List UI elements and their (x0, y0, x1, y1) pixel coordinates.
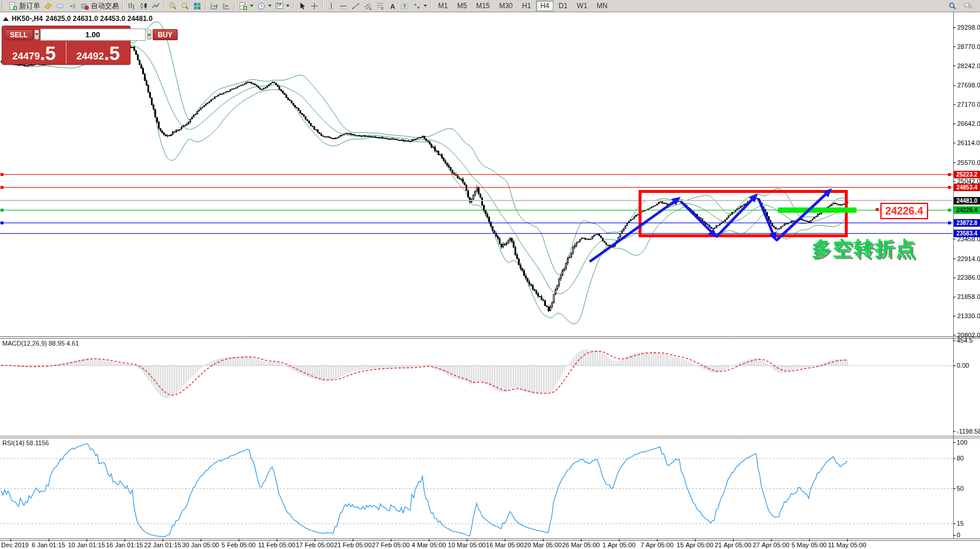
chat-icon (964, 2, 972, 10)
periods-button[interactable] (255, 1, 273, 11)
new-chart-button[interactable] (42, 1, 54, 11)
hline-icon (339, 2, 348, 10)
cursor-icon (298, 2, 306, 10)
mt4-window: 新订单自动交易EFATM1M5M15M30H1H4D1W1MN HK50-,H4… (0, 0, 980, 549)
shift-chart-icon (222, 2, 231, 10)
search-button[interactable] (946, 1, 958, 11)
autotrade-button[interactable]: 自动交易 (79, 1, 121, 12)
buy-button[interactable]: BUY (153, 29, 178, 40)
autotrade-icon (80, 2, 89, 10)
axis-price-badge: 24481.0 (954, 197, 980, 205)
timeframe-d1-button[interactable]: D1 (555, 1, 572, 11)
arrow-objects-layer (0, 0, 980, 549)
timeframe-m1-button[interactable]: M1 (434, 1, 452, 11)
autoscroll-icon (210, 2, 218, 10)
vline-icon (327, 2, 336, 10)
axis-price-badge: 24853.4 (954, 184, 980, 191)
timeframe-h4-button[interactable]: H4 (536, 1, 553, 11)
axis-price-badge: 23872.8 (954, 219, 980, 227)
buy-price-pips: .5 (104, 46, 120, 61)
axis-price-badge: 24226.4 (954, 206, 980, 214)
text-label-button[interactable]: T (399, 1, 411, 11)
timeframe-m15-button[interactable]: M15 (472, 1, 493, 11)
blue-trend-arrow-5[interactable] (776, 191, 830, 241)
axis-price-badge: 23583.4 (954, 230, 980, 237)
one-click-price-row: 24479 .5 24492 .5 (2, 41, 130, 64)
sell-price-main: 24479 (12, 51, 40, 61)
bar-chart-icon (127, 2, 136, 10)
cloud-icon (56, 2, 65, 10)
sell-button[interactable]: SELL (5, 29, 33, 40)
zoom-in-button[interactable] (167, 1, 179, 11)
indicators-icon (239, 2, 248, 10)
signal-icon (68, 2, 77, 10)
vertical-line-button[interactable] (325, 1, 337, 11)
autoscroll-button[interactable] (208, 1, 220, 11)
tile-windows-icon (193, 2, 202, 10)
periods-icon (257, 2, 266, 10)
templates-button[interactable] (273, 1, 291, 11)
autotrade-button-label: 自动交易 (91, 1, 119, 11)
chat-button[interactable] (962, 1, 974, 11)
blue-trend-arrow-3[interactable] (716, 196, 756, 237)
arrows-tool-icon (413, 2, 421, 10)
main-toolbar: 新订单自动交易EFATM1M5M15M30H1H4D1W1MN (0, 0, 980, 12)
search-icon (948, 2, 957, 10)
fibonacci-button[interactable]: F (374, 1, 386, 11)
bar-chart-button[interactable] (125, 1, 138, 11)
zoom-out-button[interactable] (179, 1, 191, 11)
horizontal-line-button[interactable] (337, 1, 350, 11)
timeframe-w1-button[interactable]: W1 (573, 1, 591, 11)
svg-text:F: F (381, 6, 383, 10)
new-order-button[interactable]: 新订单 (7, 1, 42, 12)
one-click-trading-panel: SELL BUY 24479 .5 24492 .5 (2, 26, 131, 65)
timeframe-m5-button[interactable]: M5 (453, 1, 471, 11)
publish-button[interactable] (54, 1, 66, 11)
price-callout-label[interactable]: 24226.4 (880, 203, 928, 219)
rsi-label: RSI(14) 58.1156 (2, 439, 49, 446)
chart-window-icon (44, 2, 52, 10)
equidistant-channel-button[interactable]: E (362, 1, 374, 11)
candle-chart-button[interactable] (138, 1, 150, 11)
blue-trend-arrow-2[interactable] (682, 202, 715, 235)
timeframe-m30-button[interactable]: M30 (495, 1, 517, 11)
tile-windows-button[interactable] (191, 1, 203, 11)
trendline-icon (351, 2, 360, 10)
sell-price-pips: .5 (40, 46, 56, 61)
signals-button[interactable] (66, 1, 79, 11)
down-arrow-icon (35, 33, 38, 36)
timeframe-h1-button[interactable]: H1 (518, 1, 535, 11)
ohlc-readout: 24625.0 24631.0 24453.0 24481.0 (45, 15, 153, 23)
svg-text:E: E (369, 6, 372, 10)
volume-increase-button[interactable] (147, 30, 151, 40)
chevron-down-icon (268, 5, 272, 7)
arrows-button[interactable] (411, 1, 429, 11)
channel-icon: E (364, 2, 372, 10)
up-arrow-icon (147, 33, 151, 36)
trendline-button[interactable] (350, 1, 362, 11)
line-chart-button[interactable] (150, 1, 162, 11)
collapse-triangle-icon[interactable] (3, 17, 9, 21)
new-order-icon (9, 2, 17, 10)
chevron-down-icon (250, 5, 253, 7)
buy-price[interactable]: 24492 .5 (66, 41, 130, 64)
volume-decrease-button[interactable] (34, 30, 39, 40)
blue-trend-arrow-4[interactable] (759, 199, 775, 238)
timeframe-mn-button[interactable]: MN (593, 1, 612, 11)
turning-point-note[interactable]: 多空转折点 (812, 235, 916, 262)
candle-chart-icon (139, 2, 148, 10)
cursor-button[interactable] (296, 1, 308, 11)
shift-chart-button[interactable] (220, 1, 232, 11)
fibo-icon: F (376, 2, 385, 10)
symbol-period-label: HK50-,H4 (12, 15, 43, 23)
crosshair-button[interactable] (308, 1, 320, 11)
sell-price[interactable]: 24479 .5 (2, 41, 66, 64)
svg-text:A: A (390, 2, 396, 9)
zoom-in-icon (168, 2, 177, 10)
template-icon (275, 2, 284, 10)
text-button[interactable]: A (386, 1, 399, 11)
axis-price-badge: 25223.2 (954, 171, 980, 178)
volume-input[interactable] (40, 29, 146, 41)
indicators-button[interactable] (237, 1, 255, 11)
blue-trend-arrow-1[interactable] (590, 199, 678, 262)
